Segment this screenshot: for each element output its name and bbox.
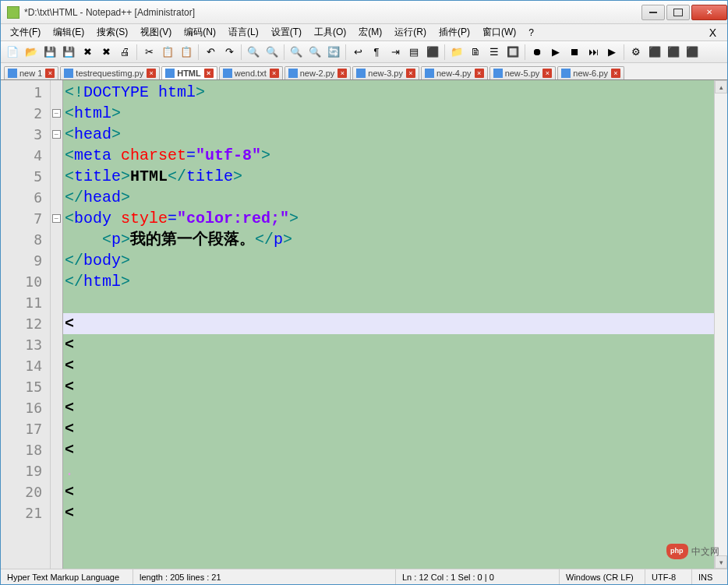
code-line[interactable]: [63, 292, 714, 313]
save-all-button[interactable]: 💾: [60, 44, 77, 61]
find-button[interactable]: 🔍: [245, 44, 262, 61]
fold-marker[interactable]: [51, 460, 62, 481]
close-all-button[interactable]: ✖: [97, 44, 115, 61]
file-tab[interactable]: new 1×: [4, 66, 58, 79]
undo-button[interactable]: ↶: [202, 44, 219, 61]
tab-close-icon[interactable]: ×: [406, 69, 415, 78]
line-number[interactable]: 1: [1, 82, 50, 103]
sync-button[interactable]: 🔄: [325, 44, 342, 61]
show-all-button[interactable]: ¶: [368, 44, 385, 61]
menu-item[interactable]: 编码(N): [178, 24, 222, 41]
code-line[interactable]: <: [63, 418, 714, 439]
line-number[interactable]: 7: [1, 208, 50, 229]
menu-item[interactable]: 搜索(S): [90, 24, 134, 41]
code-line[interactable]: </body>: [63, 250, 714, 271]
record-button[interactable]: ⏺: [528, 44, 546, 61]
menu-item[interactable]: 设置(T): [265, 24, 308, 41]
menu-item[interactable]: 工具(O): [308, 24, 352, 41]
menu-item[interactable]: 视图(V): [134, 24, 178, 41]
tab-close-icon[interactable]: ×: [475, 69, 484, 78]
fold-marker[interactable]: [51, 187, 62, 208]
scroll-up-icon[interactable]: ▴: [715, 80, 727, 93]
menu-item[interactable]: 窗口(W): [476, 24, 522, 41]
fold-marker[interactable]: [51, 82, 62, 103]
code-line[interactable]: <: [63, 376, 714, 397]
fold-column[interactable]: [51, 80, 63, 569]
guide-button[interactable]: ▤: [405, 44, 422, 61]
macro2-button[interactable]: ⬛: [646, 44, 663, 61]
file-tab[interactable]: new-5.py×: [489, 66, 557, 79]
tab-close-icon[interactable]: ×: [270, 69, 279, 78]
code-line[interactable]: <p>我的第一个段落。</p>: [63, 229, 714, 250]
fold-marker[interactable]: [51, 166, 62, 187]
macro4-button[interactable]: ⬛: [684, 44, 701, 61]
code-line[interactable]: <!DOCTYPE html>: [63, 82, 714, 103]
func-list-button[interactable]: ☰: [486, 44, 503, 61]
file-tab[interactable]: new-6.py×: [557, 66, 624, 79]
fold-marker[interactable]: [51, 271, 62, 292]
tab-close-icon[interactable]: ×: [542, 69, 552, 78]
stop-button[interactable]: ⏹: [566, 44, 583, 61]
line-number[interactable]: 6: [1, 187, 50, 208]
menu-item[interactable]: 语言(L): [222, 24, 265, 41]
code-line[interactable]: <meta charset="utf-8">: [63, 145, 714, 166]
fold-marker[interactable]: [51, 208, 62, 229]
title-bar[interactable]: *D:\txt\HTML - Notepad++ [Administrator]: [1, 1, 727, 24]
code-editor[interactable]: <!DOCTYPE html><html><head><meta charset…: [63, 80, 714, 569]
tab-close-icon[interactable]: ×: [611, 69, 620, 78]
code-line[interactable]: <html>: [63, 103, 714, 124]
code-line[interactable]: .: [63, 460, 714, 481]
code-line[interactable]: <: [63, 439, 714, 460]
doc-map-button[interactable]: 🗎: [467, 44, 484, 61]
open-button[interactable]: 📂: [23, 44, 40, 61]
code-line[interactable]: <body style="color:red;">: [63, 208, 714, 229]
line-number[interactable]: 17: [1, 418, 50, 439]
replace-button[interactable]: 🔍: [263, 44, 281, 61]
line-number[interactable]: 13: [1, 334, 50, 355]
code-line[interactable]: <: [63, 334, 714, 355]
indent-button[interactable]: ⇥: [387, 44, 404, 61]
file-tab[interactable]: HTML×: [161, 66, 217, 79]
scroll-track[interactable]: [715, 93, 727, 555]
minimize-button[interactable]: [641, 5, 665, 20]
menu-item[interactable]: 文件(F): [4, 24, 47, 41]
lang-button[interactable]: ⬛: [424, 44, 441, 61]
app-button[interactable]: 🔲: [504, 44, 521, 61]
play-multi-button[interactable]: ⏭: [585, 44, 602, 61]
fold-marker[interactable]: [51, 229, 62, 250]
file-tab[interactable]: testrequestimg.py×: [60, 66, 160, 79]
line-number[interactable]: 8: [1, 229, 50, 250]
editor-area[interactable]: 123456789101112131415161718192021 <!DOCT…: [1, 80, 727, 569]
line-number[interactable]: 2: [1, 103, 50, 124]
file-tab[interactable]: new-4.py×: [421, 66, 488, 79]
menu-item[interactable]: 运行(R): [388, 24, 433, 41]
fold-marker[interactable]: [51, 481, 62, 502]
zoom-in-button[interactable]: 🔍: [288, 44, 305, 61]
play-button[interactable]: ▶: [547, 44, 564, 61]
menu-item[interactable]: 编辑(E): [47, 24, 90, 41]
menu-item[interactable]: ?: [522, 26, 540, 40]
fold-marker[interactable]: [51, 292, 62, 313]
print-button[interactable]: 🖨: [116, 44, 133, 61]
macro1-button[interactable]: ⚙: [627, 44, 645, 61]
line-number[interactable]: 15: [1, 376, 50, 397]
fold-marker[interactable]: [51, 250, 62, 271]
wrap-button[interactable]: ↩: [349, 44, 366, 61]
paste-button[interactable]: 📋: [178, 44, 195, 61]
menubar-close[interactable]: X: [701, 26, 724, 39]
fold-marker[interactable]: [51, 355, 62, 376]
line-number[interactable]: 14: [1, 355, 50, 376]
line-number[interactable]: 18: [1, 439, 50, 460]
status-encoding[interactable]: UTF-8: [645, 569, 692, 584]
line-number[interactable]: 5: [1, 166, 50, 187]
line-number[interactable]: 10: [1, 271, 50, 292]
menu-item[interactable]: 插件(P): [433, 24, 476, 41]
code-line[interactable]: <: [63, 355, 714, 376]
close-button[interactable]: ✖: [79, 44, 96, 61]
fold-marker[interactable]: [51, 418, 62, 439]
tab-close-icon[interactable]: ×: [147, 69, 156, 78]
line-number[interactable]: 12: [1, 313, 50, 334]
line-number[interactable]: 21: [1, 502, 50, 523]
fold-marker[interactable]: [51, 103, 62, 124]
zoom-out-button[interactable]: 🔍: [306, 44, 323, 61]
